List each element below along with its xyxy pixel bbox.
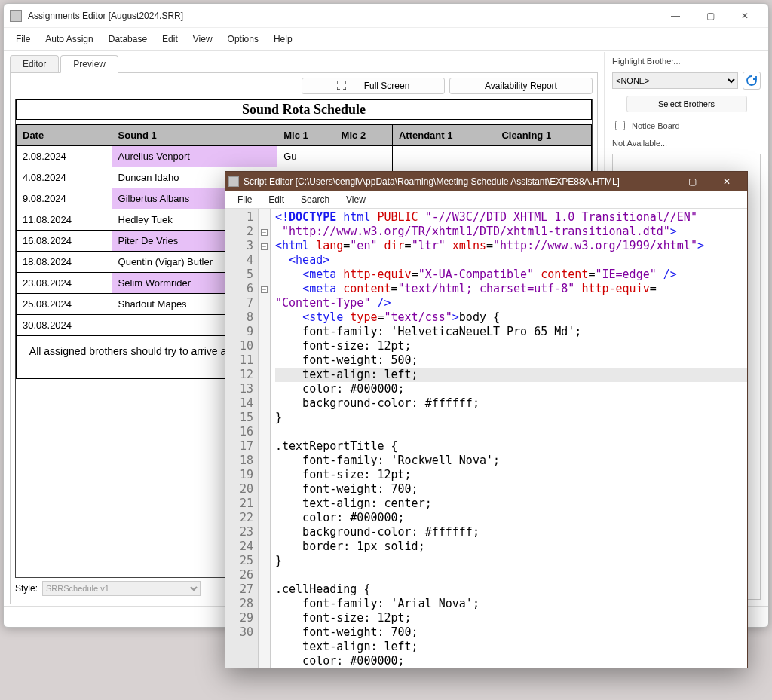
tab-editor[interactable]: Editor <box>10 55 59 73</box>
notice-board-checkbox[interactable] <box>615 121 625 130</box>
editor-close-button[interactable]: ✕ <box>709 172 744 191</box>
editor-menu-file[interactable]: File <box>230 193 259 206</box>
app-icon <box>10 10 22 22</box>
editor-titlebar: Script Editor [C:\Users\cengi\AppData\Ro… <box>225 172 747 191</box>
maximize-button[interactable]: ▢ <box>693 7 728 25</box>
editor-minimize-button[interactable]: — <box>640 172 675 191</box>
main-titlebar: Assignments Editor [August2024.SRR] — ▢ … <box>4 4 768 28</box>
refresh-button[interactable] <box>743 72 761 90</box>
highlight-brother-select[interactable]: <NONE> <box>612 72 738 89</box>
fold-gutter[interactable]: −− − <box>259 209 271 668</box>
table-row: 2.08.2024Aurelius VenportGu <box>17 146 592 167</box>
line-number-gutter: 1234567891011121314151617181920212223242… <box>225 209 259 668</box>
full-screen-label: Full Screen <box>364 81 410 91</box>
column-header: Mic 1 <box>277 125 335 146</box>
editor-title: Script Editor [C:\Users\cengi\AppData\Ro… <box>244 176 640 187</box>
column-header: Mic 2 <box>335 125 392 146</box>
menu-auto-assign[interactable]: Auto Assign <box>39 31 99 47</box>
editor-menubar: File Edit Search View <box>225 191 747 209</box>
minimize-button[interactable]: — <box>658 7 693 25</box>
highlight-brother-label: Highlight Brother... <box>612 57 761 66</box>
column-header: Date <box>17 125 112 146</box>
code-text[interactable]: <!DOCTYPE html PUBLIC "-//W3C//DTD XHTML… <box>271 209 747 668</box>
editor-menu-edit[interactable]: Edit <box>261 193 292 206</box>
availability-report-label: Availability Report <box>485 81 557 91</box>
column-header: Cleaning 1 <box>495 125 592 146</box>
editor-app-icon <box>228 176 239 187</box>
full-screen-button[interactable]: Full Screen <box>302 78 445 94</box>
menu-database[interactable]: Database <box>103 31 153 47</box>
column-header: Sound 1 <box>112 125 277 146</box>
notice-board-label: Notice Board <box>632 121 680 130</box>
style-label: Style: <box>15 583 38 594</box>
not-available-label: Not Available... <box>612 139 761 148</box>
menu-edit[interactable]: Edit <box>156 31 184 47</box>
menu-help[interactable]: Help <box>268 31 299 47</box>
select-brothers-button[interactable]: Select Brothers <box>626 96 747 112</box>
code-editor[interactable]: 1234567891011121314151617181920212223242… <box>225 209 747 668</box>
column-header: Attendant 1 <box>392 125 495 146</box>
fullscreen-icon <box>337 81 346 92</box>
main-title: Assignments Editor [August2024.SRR] <box>28 11 658 21</box>
close-button[interactable]: ✕ <box>728 7 762 25</box>
menu-options[interactable]: Options <box>222 31 265 47</box>
notice-board-row[interactable]: Notice Board <box>612 118 761 133</box>
editor-menu-search[interactable]: Search <box>293 193 337 206</box>
tab-preview[interactable]: Preview <box>60 55 118 73</box>
main-tabs: Editor Preview <box>10 55 598 73</box>
menu-file[interactable]: File <box>10 31 36 47</box>
editor-maximize-button[interactable]: ▢ <box>675 172 709 191</box>
main-menubar: File Auto Assign Database Edit View Opti… <box>4 28 768 51</box>
editor-menu-view[interactable]: View <box>339 193 373 206</box>
refresh-icon <box>746 75 758 87</box>
availability-report-button[interactable]: Availability Report <box>449 78 593 94</box>
report-title: Sound Rota Schedule <box>16 99 592 120</box>
menu-view[interactable]: View <box>187 31 219 47</box>
style-select[interactable]: SRRSchedule v1 <box>42 581 201 596</box>
script-editor-window: Script Editor [C:\Users\cengi\AppData\Ro… <box>225 171 748 668</box>
